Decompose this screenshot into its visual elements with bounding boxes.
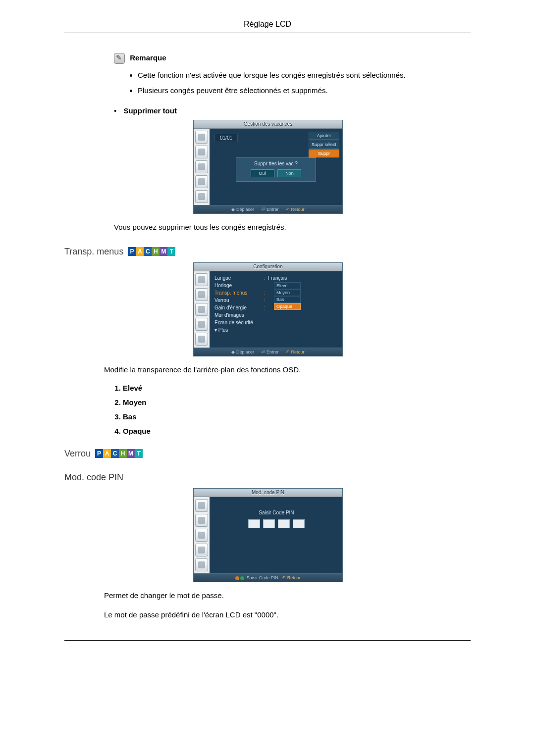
osd1-add-button[interactable]: Ajouter: [309, 132, 339, 140]
osd-side-icon: [195, 499, 208, 512]
pin-digit-input[interactable]: [248, 519, 260, 528]
osd3-footer: Saisir Code PIN ↶ Retour: [194, 573, 342, 582]
osd1-footer: ◆ Déplacer ⏎ Entrer ↶ Retour: [194, 205, 342, 213]
osd-screenshot-vacances: Gestion des vacances 01/01 Ajouter Suppr…: [193, 120, 471, 214]
cfg-row: ▾ Plus: [214, 326, 338, 334]
osd-side-icon: [195, 303, 208, 316]
supprimer-tout-title: Supprimer tout: [123, 106, 177, 115]
osd1-delsel-button[interactable]: Suppr sélect: [309, 141, 339, 149]
osd3-pin-boxes: [214, 519, 338, 528]
osd-side-icon: [195, 544, 208, 556]
osd1-title: Gestion des vacances: [194, 120, 342, 129]
pin-digit-input[interactable]: [293, 519, 305, 528]
osd-side-icon: [195, 514, 208, 527]
osd-side-icon: [195, 190, 208, 203]
remark-bullet: Plusieurs congés peuvent être sélectionn…: [138, 86, 471, 95]
cfg-row: Langue:Français: [214, 274, 338, 282]
remark-bullets: Cette fonction n'est activée que lorsque…: [129, 71, 471, 95]
transp-option: Elevé: [123, 384, 471, 392]
osd-sidebar: [194, 497, 210, 573]
note-icon: [114, 53, 125, 64]
osd-screenshot-pin: Mod. code PIN Saisir Code PIN: [193, 488, 471, 582]
osd1-dialog-yes[interactable]: Oui: [251, 169, 274, 177]
osd1-dialog-question: Suppr ttes les vac ?: [241, 161, 311, 166]
cfg-row: Ecran de sécurité: [214, 319, 338, 326]
pin-digit-input[interactable]: [278, 519, 290, 528]
remark-title: Remarque: [130, 53, 166, 62]
remark-block: Remarque: [114, 53, 471, 64]
osd-side-icon: [195, 333, 208, 346]
osd2-footer: ◆ Déplacer ⏎ Entrer ↶ Retour: [194, 348, 342, 356]
transp-option: Bas: [123, 412, 471, 421]
page-header: Réglage LCD: [64, 20, 471, 33]
modpin-para1: Permet de changer le mot de passe.: [104, 590, 471, 602]
osd-side-icon: [195, 558, 208, 571]
osd2-option[interactable]: Moyen: [274, 289, 301, 296]
verrou-section-title: Verrou P A C H M T: [64, 448, 471, 459]
osd2-option[interactable]: Elevé: [274, 282, 301, 289]
transp-option: Opaque: [123, 427, 471, 435]
modpin-section-title: Mod. code PIN: [64, 472, 471, 483]
osd1-confirm-dialog: Suppr ttes les vac ? Oui Non: [236, 157, 316, 182]
osd3-main: Saisir Code PIN: [210, 497, 342, 573]
osd-side-icon: [195, 529, 208, 542]
transp-option: Moyen: [123, 398, 471, 406]
cfg-row: Mur d'images: [214, 311, 338, 319]
osd-side-icon: [195, 273, 208, 286]
osd2-title: Configuration: [194, 263, 342, 271]
osd-screenshot-config: Configuration Langue:Français Horloge Tr…: [193, 262, 471, 356]
osd1-delall-button[interactable]: Suppr: [309, 150, 339, 157]
pin-digit-input[interactable]: [263, 519, 275, 528]
osd1-date: 01/01: [214, 134, 238, 142]
osd-side-icon: [195, 146, 208, 158]
osd2-option-dropdown: Elevé Moyen Bas Opaque: [274, 282, 301, 310]
osd1-main: 01/01 Ajouter Suppr sélect Suppr Suppr t…: [210, 129, 342, 205]
osd3-title: Mod. code PIN: [194, 489, 342, 497]
transp-desc: Modifie la transparence de l'arrière-pla…: [104, 364, 471, 376]
osd-side-icon: [195, 131, 208, 144]
supprimer-tout-row: • Supprimer tout: [114, 106, 471, 115]
osd-side-icon: [195, 288, 208, 301]
modpin-para2: Le mot de passe prédéfini de l'écran LCD…: [104, 609, 471, 621]
page-title: Réglage LCD: [244, 20, 291, 28]
osd2-main: Langue:Français Horloge Transp. menus: V…: [210, 271, 342, 348]
footer-rule: [64, 640, 471, 641]
osd2-option-selected[interactable]: Opaque: [274, 303, 301, 310]
osd-side-icon: [195, 175, 208, 188]
osd2-option[interactable]: Bas: [274, 296, 301, 303]
transp-options: Elevé Moyen Bas Opaque: [114, 384, 471, 435]
pachmt-badge: P A C H M T: [128, 247, 175, 256]
osd1-dialog-no[interactable]: Non: [277, 169, 301, 177]
osd-side-icon: [195, 160, 208, 173]
remark-bullet: Cette fonction n'est activée que lorsque…: [138, 71, 471, 79]
pachmt-badge: P A C H M T: [95, 449, 143, 458]
osd-sidebar: [194, 129, 210, 205]
osd-side-icon: [195, 318, 208, 331]
supprimer-tout-desc: Vous pouvez supprimer tous les congés en…: [114, 222, 471, 233]
osd-sidebar: [194, 271, 210, 348]
transp-section-title: Transp. menus P A C H M T: [64, 246, 471, 257]
osd3-pin-label: Saisir Code PIN: [214, 510, 338, 515]
